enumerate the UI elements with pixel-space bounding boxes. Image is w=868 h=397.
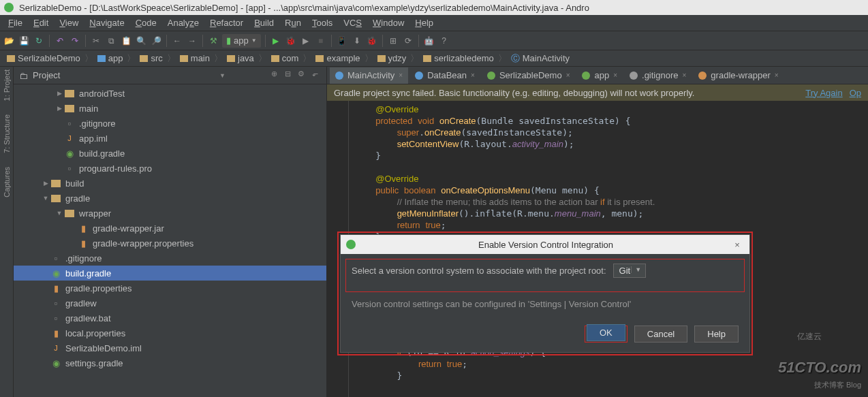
redo-icon[interactable]: ↷	[69, 35, 81, 47]
tree-item-settings.gradle[interactable]: ◉settings.gradle	[14, 355, 326, 370]
tree-item-build.gradle[interactable]: ◉build.gradle	[14, 146, 326, 161]
menu-analyze[interactable]: Analyze	[162, 18, 204, 28]
breadcrumb-java[interactable]: java	[224, 53, 257, 63]
undo-icon[interactable]: ↶	[54, 35, 66, 47]
tree-item-.gitignore[interactable]: ▫.gitignore	[14, 116, 326, 131]
help-icon[interactable]: ?	[438, 35, 450, 47]
sdk-icon[interactable]: ⬇	[351, 35, 363, 47]
android-icon2[interactable]: 🤖	[423, 35, 435, 47]
cut-icon[interactable]: ✂	[90, 35, 102, 47]
tree-item-gradle.properties[interactable]: ▮gradle.properties	[14, 281, 326, 296]
vcs-select[interactable]: Git	[613, 264, 647, 278]
side-tab-project[interactable]: 1: Project	[3, 69, 11, 101]
tree-item-wrapper[interactable]: ▼wrapper	[14, 206, 326, 221]
tree-item-gradle-wrapper.jar[interactable]: ▮gradle-wrapper.jar	[14, 221, 326, 236]
tree-item-build[interactable]: ▶build	[14, 176, 326, 191]
run-icon[interactable]: ▶	[270, 35, 282, 47]
breadcrumb-SerlizableDemo[interactable]: SerlizableDemo	[4, 53, 83, 63]
tree-item-app.iml[interactable]: Japp.iml	[14, 131, 326, 146]
tree-item-androidTest[interactable]: ▶androidTest	[14, 86, 326, 101]
close-tab-icon[interactable]: ×	[471, 72, 475, 79]
tree-item-main[interactable]: ▶main	[14, 101, 326, 116]
menu-build[interactable]: Build	[249, 18, 279, 28]
make-icon[interactable]: ⚒	[207, 35, 219, 47]
tree-item-proguard-rules.pro[interactable]: ▫proguard-rules.pro	[14, 161, 326, 176]
breadcrumb-ydzy[interactable]: ydzy	[375, 53, 409, 63]
cancel-button[interactable]: Cancel	[634, 325, 687, 343]
tree-item-gradle[interactable]: ▼gradle	[14, 191, 326, 206]
scroll-to-icon[interactable]: ⊕	[268, 69, 280, 82]
open-link[interactable]: Op	[850, 88, 861, 98]
breadcrumb-app[interactable]: app	[95, 53, 126, 63]
save-icon[interactable]: 💾	[18, 35, 30, 47]
menu-help[interactable]: Help	[409, 18, 439, 28]
menu-edit[interactable]: Edit	[28, 18, 54, 28]
find-icon[interactable]: 🔍	[135, 35, 147, 47]
ddms-icon[interactable]: 🐞	[366, 35, 378, 47]
project-view-title[interactable]: Project	[33, 70, 219, 80]
open-icon[interactable]: 📂	[3, 35, 15, 47]
close-tab-icon[interactable]: ×	[683, 72, 687, 79]
back-icon[interactable]: ←	[171, 35, 183, 47]
editor-tab-app[interactable]: app×	[576, 67, 623, 84]
sync-gradle-icon[interactable]: ⟳	[402, 35, 414, 47]
warning-text: Gradle project sync failed. Basic functi…	[334, 88, 799, 98]
hide-icon[interactable]: ⬐	[309, 69, 321, 82]
run-config-selector[interactable]: ▮ app ▼	[222, 34, 261, 48]
avd-icon[interactable]: 📱	[336, 35, 348, 47]
tree-item-build.gradle[interactable]: ◉build.gradle	[14, 266, 326, 281]
editor-tab-.gitignore[interactable]: .gitignore×	[624, 67, 692, 84]
breadcrumb-serlizabledemo[interactable]: serlizabledemo	[420, 53, 496, 63]
coverage-icon[interactable]: ▶	[300, 35, 312, 47]
tree-item-gradlew[interactable]: ▫gradlew	[14, 296, 326, 311]
replace-icon[interactable]: 🔎	[150, 35, 162, 47]
help-button[interactable]: Help	[694, 325, 739, 343]
android-icon: ▮	[226, 35, 231, 46]
project-tree[interactable]: ▶androidTest▶main▫.gitignoreJapp.iml◉bui…	[14, 84, 326, 397]
menu-file[interactable]: File	[3, 18, 28, 28]
side-tab-captures[interactable]: Captures	[3, 167, 11, 197]
breadcrumb-com[interactable]: com	[268, 53, 302, 63]
menu-navigate[interactable]: Navigate	[84, 18, 129, 28]
tree-item-SerlizableDemo.iml[interactable]: JSerlizableDemo.iml	[14, 340, 326, 355]
tree-item-.gitignore[interactable]: ▫.gitignore	[14, 251, 326, 266]
menu-view[interactable]: View	[54, 18, 84, 28]
ok-button[interactable]: OK	[587, 324, 625, 341]
vcs-prompt-highlight: Select a version control system to assoc…	[345, 259, 745, 292]
editor-tab-MainActivity[interactable]: MainActivity×	[330, 67, 408, 84]
breadcrumb-src[interactable]: src	[137, 53, 165, 63]
collapse-icon[interactable]: ⊟	[281, 69, 294, 82]
close-tab-icon[interactable]: ×	[399, 72, 403, 79]
editor-tab-DataBean[interactable]: DataBean×	[409, 67, 480, 84]
debug-icon[interactable]: 🐞	[285, 35, 297, 47]
forward-icon[interactable]: →	[186, 35, 198, 47]
sync-icon[interactable]: ↻	[33, 35, 45, 47]
dialog-close-icon[interactable]: ×	[730, 240, 744, 250]
breadcrumb-MainActivity[interactable]: ⒸMainActivity	[508, 52, 572, 65]
menu-bar: File Edit View Navigate Code Analyze Ref…	[0, 15, 868, 31]
tree-item-gradlew.bat[interactable]: ▫gradlew.bat	[14, 311, 326, 325]
gear-icon[interactable]: ⚙	[295, 69, 307, 82]
close-tab-icon[interactable]: ×	[775, 72, 779, 79]
menu-tools[interactable]: Tools	[307, 18, 338, 28]
stop-icon[interactable]: ■	[315, 35, 327, 47]
side-tab-structure[interactable]: 7: Structure	[3, 114, 11, 153]
editor-tab-SerlizableDemo[interactable]: SerlizableDemo×	[482, 67, 576, 84]
breadcrumb-main[interactable]: main	[177, 53, 213, 63]
try-again-link[interactable]: Try Again	[805, 88, 842, 98]
copy-icon[interactable]: ⧉	[105, 35, 117, 47]
tree-item-gradle-wrapper.properties[interactable]: ▮gradle-wrapper.properties	[14, 236, 326, 251]
run-config-label: app	[234, 35, 249, 46]
menu-window[interactable]: Window	[367, 18, 409, 28]
close-tab-icon[interactable]: ×	[613, 72, 617, 79]
menu-vcs[interactable]: VCS	[338, 18, 367, 28]
close-tab-icon[interactable]: ×	[566, 72, 570, 79]
breadcrumb-example[interactable]: example	[313, 53, 362, 63]
paste-icon[interactable]: 📋	[120, 35, 132, 47]
menu-refactor[interactable]: Refactor	[204, 18, 249, 28]
tree-item-local.properties[interactable]: ▮local.properties	[14, 325, 326, 340]
menu-code[interactable]: Code	[130, 18, 162, 28]
menu-run[interactable]: Run	[279, 18, 307, 28]
editor-tab-gradle-wrapper[interactable]: gradle-wrapper×	[693, 67, 784, 84]
structure-icon[interactable]: ⊞	[387, 35, 399, 47]
